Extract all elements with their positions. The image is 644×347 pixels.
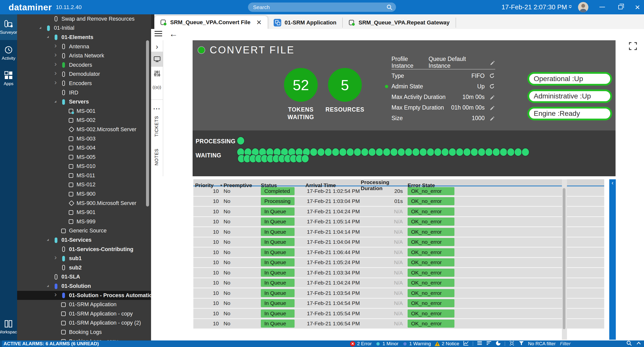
tree-item[interactable]: MS-011 <box>17 171 151 180</box>
focus-target-icon[interactable] <box>509 340 515 347</box>
menu-hamburger-icon[interactable] <box>155 31 162 38</box>
rail-item-workspace[interactable]: Workspace <box>0 314 17 340</box>
tree-item[interactable]: Antenna <box>17 42 151 51</box>
tree-item[interactable]: MS-012 <box>17 180 151 190</box>
table-scrollbar-thumb[interactable] <box>563 188 565 329</box>
rail-item-surveyor[interactable]: Surveyor <box>0 14 17 40</box>
collapse-panel-strip[interactable]: ‹ <box>609 179 616 340</box>
edit-pencil-icon[interactable] <box>489 115 495 121</box>
tree-item[interactable]: Booking Logs - copy <box>17 337 151 340</box>
document-tab[interactable]: SRM_Queue_VPA.Repeat Gateway ✕ <box>343 18 456 28</box>
alarm-counter[interactable]: 1 Warning <box>402 341 431 346</box>
back-arrow-icon[interactable]: ← <box>169 29 178 39</box>
fullscreen-icon[interactable] <box>628 42 637 52</box>
table-row[interactable]: 10 No In Queue 17-Feb-21 1:04:04 PM N/A … <box>193 237 604 248</box>
tree-item[interactable]: MS-900 <box>17 189 151 199</box>
tree-caret-icon[interactable] <box>54 100 61 104</box>
expand-chevron-icon[interactable]: › <box>151 42 163 51</box>
pie-chart-icon[interactable] <box>495 340 501 347</box>
tree-caret-icon[interactable] <box>54 71 61 77</box>
tree-item[interactable]: 01-SRM Application - copy (2) <box>17 319 151 328</box>
tree-caret-icon[interactable] <box>54 53 61 59</box>
tree-item[interactable]: Decoders <box>17 60 151 70</box>
tree-caret-icon[interactable] <box>47 238 53 242</box>
minimize-button[interactable] <box>597 3 607 11</box>
table-row[interactable]: 10 No In Queue 17-Feb-21 1:04:24 PM N/A … <box>193 278 604 289</box>
tree-item[interactable]: 01-SRM Application - copy <box>17 309 151 319</box>
tree-item[interactable]: MS-999 <box>17 217 151 226</box>
tree-item[interactable]: MS-900.Microsoft Server <box>17 199 151 208</box>
refresh-icon[interactable] <box>489 83 495 89</box>
restore-button[interactable] <box>615 3 625 11</box>
edit-pencil-icon[interactable] <box>489 105 495 110</box>
tree-item[interactable]: 01-Elements <box>17 33 151 42</box>
table-row[interactable]: 10 No In Queue 17-Feb-21 1:05:54 PM N/A … <box>193 309 604 319</box>
tree-item[interactable]: MS-002 <box>17 116 151 125</box>
column-priority[interactable]: Priority▼ <box>193 182 222 188</box>
document-tab[interactable]: SRM_Queue_VPA.Convert File ✕ <box>154 16 268 29</box>
alarm-counter[interactable]: 2 Error <box>350 341 372 346</box>
more-options-icon[interactable]: ... <box>151 104 163 111</box>
tree-item[interactable]: IRD <box>17 88 151 97</box>
clock-dropdown-icon[interactable] <box>568 5 573 10</box>
table-row[interactable]: 10 No In Queue 17-Feb-21 1:06:54 PM N/A … <box>193 319 604 329</box>
table-row[interactable]: 10 No In Queue 17-Feb-21 1:05:14 PM N/A … <box>193 217 604 227</box>
close-button[interactable]: × <box>632 3 642 11</box>
tree-caret-icon[interactable] <box>54 44 61 50</box>
rca-filter-funnel-icon[interactable] <box>519 341 524 347</box>
tree-item[interactable]: 01-Solution - Process Automation <box>17 291 151 300</box>
tree-caret-icon[interactable] <box>54 62 61 68</box>
list-view-icon[interactable] <box>477 341 482 347</box>
edit-pencil-icon[interactable] <box>489 60 495 65</box>
trend-chart-icon[interactable] <box>463 340 469 347</box>
refresh-icon[interactable] <box>489 73 495 79</box>
tree-item[interactable]: MS-004 <box>17 143 151 153</box>
document-tab[interactable]: 01-SRM Application ✕ <box>268 18 343 28</box>
tree-item[interactable]: sub2 <box>17 263 151 272</box>
parameters-sliders-icon[interactable] <box>151 70 163 77</box>
tree-item[interactable]: 01-Initial <box>17 24 151 33</box>
tree-item[interactable]: MS-002.Microsoft Server <box>17 125 151 134</box>
table-row[interactable]: 10 No In Queue 17-Feb-21 1:04:54 PM N/A … <box>193 299 604 309</box>
search-input[interactable] <box>248 4 386 10</box>
tree-item[interactable]: MS-003 <box>17 134 151 144</box>
column-preemptive[interactable]: Preemptive <box>222 182 261 188</box>
collapse-left-icon[interactable]: ‹ <box>612 180 613 186</box>
table-scrollbar[interactable] <box>562 179 567 340</box>
table-row[interactable]: 10 No Completed 17-Feb-21 1:02:54 PM 20s… <box>193 186 604 197</box>
tree-item[interactable]: MS-010 <box>17 162 151 171</box>
alarm-counter[interactable]: 1 Minor <box>375 341 398 346</box>
column-arrival-time[interactable]: Arrival Time <box>305 182 361 188</box>
tree-item[interactable]: Arista Network <box>17 51 151 60</box>
tree-caret-icon[interactable] <box>47 284 53 289</box>
active-alarms-text[interactable]: ACTIVE ALARMS: 6 ALARMS (6 UNREAD) <box>4 341 99 346</box>
tree-item[interactable]: Servers <box>17 97 151 107</box>
table-row[interactable]: 10 No In Queue 17-Feb-21 1:06:44 PM N/A … <box>193 248 604 258</box>
tree-item[interactable]: 01-SRM Application <box>17 300 151 309</box>
tree-item[interactable]: Encoders <box>17 79 151 88</box>
tree-item[interactable]: 01-Services-Contributing <box>17 245 151 254</box>
tree-caret-icon[interactable] <box>54 81 61 86</box>
table-row[interactable]: 10 No Processing 17-Feb-21 1:03:04 PM 01… <box>193 197 604 207</box>
table-row[interactable]: 10 No In Queue 17-Feb-21 1:03:34 PM N/A … <box>193 268 604 278</box>
table-row[interactable]: 10 No In Queue 17-Feb-21 1:04:24 PM N/A … <box>193 207 604 217</box>
tab-notes[interactable]: NOTES <box>154 149 159 165</box>
table-row[interactable]: 10 No In Queue 17-Feb-21 1:05:24 PM N/A … <box>193 258 604 268</box>
tab-close-icon[interactable]: ✕ <box>256 19 262 26</box>
tree-caret-icon[interactable] <box>39 26 46 30</box>
table-row[interactable]: 10 No In Queue 17-Feb-21 1:04:14 PM N/A … <box>193 227 604 237</box>
sort-lines-icon[interactable] <box>486 341 492 347</box>
tree-item[interactable]: 01-SLA <box>17 272 151 282</box>
rca-filter-label[interactable]: No RCA filter <box>528 341 556 346</box>
tree-item[interactable]: Demodulator <box>17 70 151 79</box>
tree-caret-icon[interactable] <box>54 256 61 261</box>
tree-item[interactable]: Generic Source <box>17 226 151 236</box>
tree-item[interactable]: 01-Solution <box>17 282 151 291</box>
collapse-up-icon[interactable] <box>636 341 641 347</box>
tree-item[interactable]: MS-901 <box>17 208 151 217</box>
user-avatar[interactable] <box>578 2 588 12</box>
rail-item-apps[interactable]: Apps <box>0 66 17 91</box>
monitor-view-icon[interactable] <box>151 52 163 67</box>
edit-pencil-icon[interactable] <box>489 94 495 100</box>
tab-tickets[interactable]: TICKETS <box>154 116 159 137</box>
